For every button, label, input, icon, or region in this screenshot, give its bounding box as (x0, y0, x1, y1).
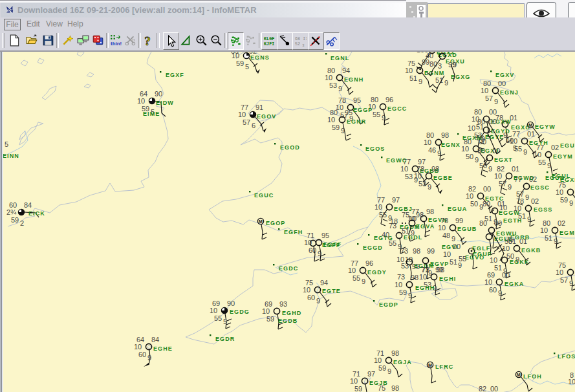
svg-text:82: 82 (479, 385, 486, 392)
svg-text:9: 9 (547, 162, 551, 169)
svg-text:59: 59 (266, 315, 274, 323)
svg-text:00: 00 (490, 385, 498, 392)
svg-text:EGOP: EGOP (266, 220, 285, 226)
svg-text:EGTE: EGTE (322, 288, 341, 294)
svg-text:EGMC: EGMC (559, 230, 575, 236)
svg-text:95: 95 (321, 232, 329, 239)
svg-text:9: 9 (508, 183, 512, 191)
svg-text:M: M (259, 219, 263, 224)
svg-text:n: n (132, 37, 135, 43)
svg-text:50: 50 (466, 153, 473, 160)
svg-text:3: 3 (302, 43, 304, 47)
svg-text:10: 10 (327, 116, 335, 124)
svg-text:EGUY: EGUY (560, 142, 575, 149)
svg-text:01: 01 (510, 114, 517, 122)
svg-text:84: 84 (24, 201, 32, 209)
svg-text:?: ? (144, 34, 151, 47)
svg-text:10: 10 (424, 138, 431, 146)
svg-text:EGJA: EGJA (393, 359, 412, 365)
svg-text:98: 98 (441, 131, 449, 139)
svg-text:10: 10 (481, 87, 488, 94)
svg-text:EGKA: EGKA (504, 281, 524, 287)
svg-text:EGUN: EGUN (545, 175, 565, 181)
svg-text:10: 10 (137, 97, 145, 105)
svg-text:55: 55 (214, 314, 222, 322)
svg-text:10: 10 (466, 192, 473, 200)
svg-text:10: 10 (238, 111, 246, 118)
svg-text:10: 10 (262, 307, 270, 315)
svg-text:98: 98 (391, 384, 399, 392)
svg-text:EGOV: EGOV (257, 113, 276, 120)
svg-text:94: 94 (320, 279, 328, 287)
svg-text:99: 99 (455, 217, 463, 224)
svg-text:EGDP: EGDP (379, 301, 398, 308)
svg-text:10: 10 (210, 307, 217, 314)
svg-text:10: 10 (350, 377, 358, 385)
svg-text:57: 57 (485, 94, 493, 102)
svg-text:60: 60 (307, 294, 315, 301)
svg-text:57: 57 (560, 276, 568, 284)
svg-text:9: 9 (382, 114, 385, 122)
svg-text:90: 90 (227, 299, 235, 307)
svg-text:9: 9 (338, 85, 342, 93)
svg-text:80: 80 (483, 200, 490, 208)
svg-text:00: 00 (494, 219, 502, 227)
svg-text:10: 10 (395, 281, 402, 289)
svg-text:EGUC: EGUC (254, 192, 274, 199)
svg-text:96: 96 (385, 96, 393, 103)
svg-text:EGOD: EGOD (280, 144, 300, 151)
svg-text:EGXF: EGXF (166, 72, 184, 78)
svg-text:3: 3 (438, 62, 442, 70)
svg-text:9: 9 (411, 229, 415, 237)
svg-text:10: 10 (506, 136, 514, 144)
svg-text:98: 98 (413, 247, 420, 255)
svg-text:EGSC: EGSC (530, 184, 550, 191)
svg-text:10: 10 (443, 250, 451, 258)
svg-text:10: 10 (540, 226, 548, 234)
svg-text:84: 84 (151, 336, 159, 343)
svg-text:10: 10 (374, 203, 382, 211)
svg-text:EGXC: EGXC (511, 124, 530, 131)
svg-text:98: 98 (411, 274, 418, 281)
svg-text:95: 95 (353, 96, 361, 104)
svg-text:97: 97 (392, 196, 400, 204)
svg-text:9: 9 (418, 78, 422, 85)
svg-text:EINN: EINN (3, 153, 19, 159)
svg-text:59: 59 (399, 289, 407, 296)
svg-text:EGNH: EGNH (344, 76, 363, 83)
svg-text:EGNJ: EGNJ (500, 89, 519, 96)
svg-text:thin!: thin! (111, 41, 122, 47)
svg-text:EGNR: EGNR (347, 118, 366, 125)
svg-text:98: 98 (391, 349, 399, 357)
svg-text:10: 10 (438, 224, 446, 232)
svg-text:53: 53 (401, 262, 409, 270)
svg-text:10: 10 (494, 172, 502, 180)
svg-text:75: 75 (378, 384, 385, 392)
svg-text:95: 95 (345, 109, 353, 116)
svg-text:94: 94 (342, 67, 350, 74)
svg-text:10: 10 (348, 267, 356, 274)
svg-text:EGSS: EGSS (534, 206, 552, 213)
svg-text:EGKB: EGKB (521, 247, 541, 254)
svg-text:60: 60 (138, 351, 146, 358)
svg-text:55: 55 (538, 158, 546, 166)
svg-text:EGXD: EGXD (438, 52, 457, 58)
svg-text:EGDC: EGDC (279, 265, 298, 272)
svg-text:EGHD: EGHD (282, 310, 301, 316)
svg-text:9: 9 (475, 156, 479, 164)
svg-text:EGFH: EGFH (284, 229, 303, 235)
svg-text:EGYH: EGYH (529, 140, 548, 146)
svg-text:50: 50 (479, 162, 487, 169)
svg-text:9: 9 (408, 292, 412, 299)
svg-text:01: 01 (527, 130, 535, 138)
svg-text:EGYW: EGYW (535, 124, 556, 130)
svg-text:59: 59 (378, 364, 386, 372)
svg-text:10: 10 (461, 145, 469, 153)
svg-text:59: 59 (560, 196, 568, 204)
svg-text:59: 59 (11, 216, 19, 224)
svg-text:60: 60 (489, 286, 497, 294)
svg-text:00: 00 (489, 118, 497, 125)
svg-text:9: 9 (458, 261, 462, 269)
svg-text:51: 51 (409, 74, 417, 82)
svg-text:EGNS: EGNS (250, 54, 270, 61)
